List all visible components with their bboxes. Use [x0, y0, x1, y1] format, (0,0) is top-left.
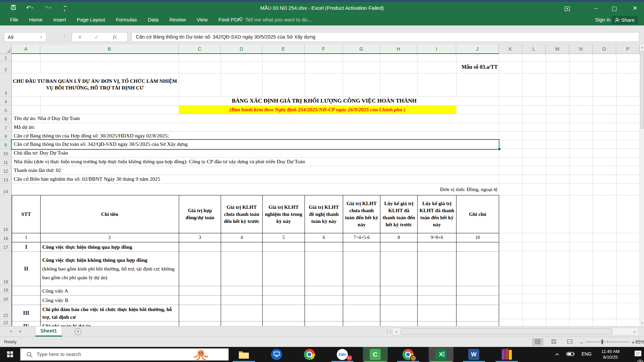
cell-c5-subtitle[interactable]: (Ban hành kèm theo Nghị định 254/2025/NĐ… — [179, 105, 456, 114]
tab-formulas[interactable]: Formulas — [111, 15, 142, 24]
table-cell[interactable]: I — [12, 242, 41, 252]
table-cell[interactable]: 7=4+5-6 — [343, 233, 380, 242]
close-button[interactable]: ✕ — [627, 2, 643, 15]
start-button[interactable] — [0, 347, 20, 362]
undo-button[interactable]: ↶▾ — [26, 5, 33, 11]
name-box-dropdown-icon[interactable]: ▾ — [40, 36, 42, 39]
zoom-percentage[interactable]: 85% — [635, 339, 644, 345]
column-header-N[interactable]: N — [569, 45, 593, 54]
table-cell[interactable]: 8 — [380, 233, 418, 242]
row-header-15[interactable]: 15 — [0, 195, 12, 233]
row-header-8[interactable]: 8 — [0, 131, 12, 140]
column-header-O[interactable]: O — [593, 45, 616, 54]
table-cell[interactable] — [418, 321, 457, 326]
cancel-entry-icon[interactable]: ✕ — [72, 33, 88, 42]
table-cell[interactable] — [179, 252, 221, 286]
language-indicator[interactable]: ENG — [582, 351, 592, 362]
scroll-left-icon[interactable]: ◄ — [394, 330, 398, 334]
sheet-nav-right-icon[interactable]: ► — [19, 329, 22, 333]
new-sheet-button[interactable]: + — [74, 328, 82, 335]
table-cell[interactable]: Công việc B — [41, 296, 179, 305]
header-ghi-chu[interactable]: Ghi chú — [457, 195, 499, 233]
table-cell[interactable] — [179, 242, 221, 252]
table-cell[interactable]: Giá trị KLHT đề nghị thanh toán kỳ này — [305, 195, 343, 233]
table-cell[interactable] — [12, 296, 41, 305]
column-header-F[interactable]: F — [305, 45, 343, 54]
cell-a11-contractor[interactable]: Nhà thầu (đơn vị thực hiện trong trường … — [14, 157, 305, 166]
maximize-button[interactable] — [606, 2, 622, 15]
battery-icon[interactable] — [566, 352, 575, 362]
table-cell[interactable] — [305, 305, 343, 321]
table-cell[interactable] — [457, 286, 499, 296]
table-cell[interactable] — [343, 252, 380, 286]
table-cell[interactable] — [343, 242, 380, 252]
cell-a7-project-code[interactable]: Mã dự án: — [14, 123, 35, 131]
table-cell[interactable] — [263, 305, 305, 321]
header-chi-tieu[interactable]: Chỉ tiêu — [41, 195, 179, 233]
ribbon-display-options-button[interactable] — [559, 2, 575, 15]
zoom-in-button[interactable]: + — [632, 340, 635, 346]
vertical-scroll-thumb[interactable] — [641, 51, 644, 128]
table-cell[interactable]: Chi phí đảm bảo cho việc tổ chức thực hi… — [41, 305, 179, 321]
sign-in-button[interactable]: Sign in — [595, 17, 610, 22]
table-cell[interactable]: III — [12, 305, 41, 321]
table-cell[interactable] — [305, 252, 343, 286]
clock[interactable]: 11:40 AM8/10/25 — [594, 347, 627, 362]
table-cell[interactable] — [221, 321, 263, 326]
table-cell[interactable] — [263, 242, 305, 252]
row-header-11[interactable]: 11 — [0, 157, 12, 166]
table-cell[interactable]: Công việc A — [41, 286, 179, 296]
scroll-up-icon[interactable]: ▲ — [640, 46, 644, 49]
table-cell[interactable] — [343, 286, 380, 296]
taskbar-chrome-profile[interactable] — [396, 347, 421, 362]
action-center-button[interactable]: 6 — [634, 350, 642, 362]
sheet-nav-left-icon[interactable]: ◄ — [9, 329, 12, 333]
row-header-16[interactable]: 16 — [0, 233, 12, 242]
table-cell[interactable] — [221, 242, 263, 252]
table-cell[interactable] — [380, 286, 418, 296]
cell-a12-payment-no[interactable]: Thanh toán lần thứ: 02 — [14, 166, 61, 175]
table-cell[interactable]: 5 — [263, 233, 305, 242]
table-cell[interactable]: II — [12, 252, 41, 286]
column-header-D[interactable]: D — [221, 45, 262, 54]
table-cell[interactable] — [418, 296, 457, 305]
cell-a13-acceptance-ref[interactable]: Căn cứ Biên bản nghiệm thu số: 02/BBNT N… — [14, 175, 160, 183]
row-header-13[interactable]: 13 — [0, 175, 12, 183]
row-header-19[interactable]: 19 — [0, 285, 12, 294]
row-header-20[interactable]: 20 — [0, 294, 12, 303]
normal-view-button[interactable] — [532, 338, 543, 346]
cell-a9-estimate-ref[interactable]: Căn cứ Bảng thông tin Dự toán số: 342/QĐ… — [14, 140, 187, 148]
row-header-7[interactable]: 7 — [0, 123, 12, 131]
table-cell[interactable]: Lũy kế giá trị KLHT đã thanh toán đến hế… — [380, 195, 418, 233]
row-header-5[interactable]: 5 — [0, 105, 12, 114]
select-all-corner[interactable] — [0, 45, 12, 54]
scroll-right-icon[interactable]: ► — [633, 330, 637, 334]
formula-input[interactable]: Căn cứ Bảng thông tin Dự toán số: 342/QĐ… — [131, 32, 639, 42]
row-header-10[interactable]: 10 — [0, 148, 12, 157]
scroll-down-icon[interactable]: ▼ — [640, 322, 644, 325]
sheet-tab-sheet1[interactable]: Sheet1 — [35, 326, 62, 337]
row-header-21[interactable]: 21 — [0, 303, 12, 319]
tray-chevron-icon[interactable] — [555, 352, 559, 362]
row-header-1[interactable]: 1 — [0, 54, 12, 61]
table-cell[interactable]: 4 — [221, 233, 263, 242]
insert-function-icon[interactable]: fx — [107, 33, 122, 42]
table-cell[interactable]: 9=8+6 — [418, 233, 457, 242]
table-cell[interactable] — [418, 252, 457, 286]
taskbar-zalo[interactable]: Zalo 5+ — [330, 347, 355, 362]
table-cell[interactable]: 1 — [12, 233, 41, 242]
row-header-3[interactable]: 3 — [0, 73, 12, 97]
cell-c4-title[interactable]: BẢNG XÁC ĐỊNH GIÁ TRỊ KHỐI LƯỢNG CÔNG VI… — [179, 97, 470, 105]
column-header-M[interactable]: M — [546, 45, 569, 54]
share-button[interactable]: Share — [612, 16, 638, 24]
taskbar-camtasia[interactable]: C — [363, 347, 388, 362]
table-cell[interactable]: Giá trị KLHT nghiệm thu trong kỳ này — [263, 195, 305, 233]
table-cell[interactable]: Giá trị hợp đồng/dự toán — [179, 195, 221, 233]
tab-insert[interactable]: Insert — [49, 15, 71, 24]
table-cell[interactable] — [263, 321, 305, 326]
table-cell[interactable] — [221, 305, 263, 321]
table-cell[interactable] — [221, 286, 263, 296]
table-cell[interactable] — [380, 321, 418, 326]
table-cell[interactable]: 2 — [41, 233, 179, 242]
taskbar-file-explorer[interactable] — [231, 347, 256, 362]
